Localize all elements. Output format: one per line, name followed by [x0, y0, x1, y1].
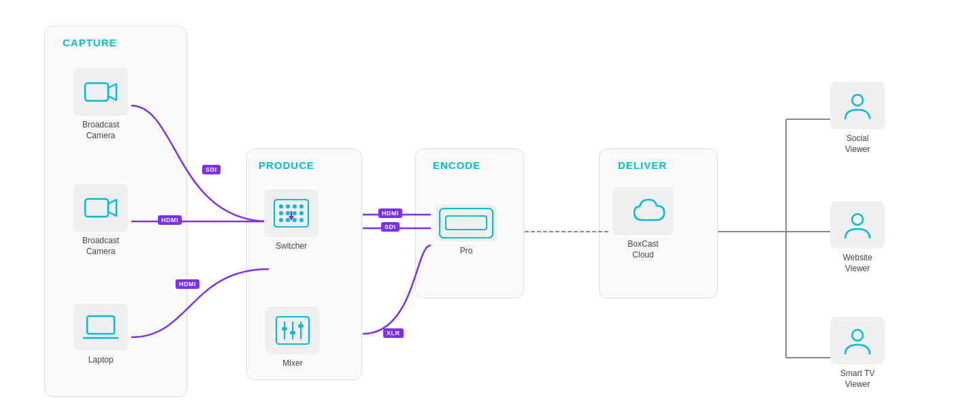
svg-point-22 [286, 211, 290, 215]
switcher-icon [274, 199, 309, 228]
camera-icon [84, 194, 118, 221]
device-social-viewer: SocialViewer [830, 82, 885, 155]
device-cam2: BroadcastCamera [74, 184, 128, 257]
device-cam1: BroadcastCamera [74, 68, 128, 141]
svg-point-27 [293, 218, 297, 222]
encode-label: ENCODE [433, 159, 480, 171]
svg-rect-11 [85, 199, 108, 217]
device-cloud: BoxCastCloud [612, 187, 674, 260]
svg-point-18 [286, 204, 290, 208]
svg-point-26 [286, 218, 290, 222]
svg-rect-9 [85, 83, 108, 101]
cam1-icon-box [74, 68, 128, 116]
website-icon-box [830, 201, 885, 249]
svg-point-40 [852, 95, 863, 106]
produce-label: PRODUCE [259, 159, 314, 171]
device-laptop: Laptop [74, 303, 128, 366]
capture-label: CAPTURE [63, 37, 117, 48]
svg-rect-35 [290, 331, 295, 335]
cam2-label: BroadcastCamera [82, 236, 119, 257]
device-mixer: Mixer [265, 307, 320, 369]
device-smarttv-viewer: Smart TVViewer [830, 317, 885, 390]
svg-point-24 [299, 211, 304, 215]
switcher-icon-box [264, 189, 318, 237]
person-icon [843, 210, 872, 240]
label-hdmi-cam2: HDMI [158, 215, 182, 225]
smarttv-viewer-label: Smart TVViewer [840, 369, 875, 390]
smarttv-icon-box [830, 317, 885, 364]
svg-point-25 [279, 218, 283, 222]
laptop-icon-box [74, 303, 128, 351]
cloud-label: BoxCastCloud [627, 239, 658, 260]
cloud-icon [619, 194, 667, 228]
person-icon [843, 326, 872, 356]
mixer-icon [276, 316, 310, 345]
svg-rect-13 [87, 316, 114, 334]
svg-rect-39 [446, 216, 487, 230]
cloud-icon-box [612, 187, 674, 235]
device-website-viewer: WebsiteViewer [830, 201, 885, 274]
cam2-icon-box [74, 184, 128, 232]
device-pro: Pro [436, 204, 497, 257]
pro-icon-box [436, 204, 497, 242]
cam1-label: BroadcastCamera [82, 120, 119, 141]
social-viewer-label: SocialViewer [845, 134, 870, 155]
pro-label: Pro [460, 246, 473, 257]
deliver-label: DELIVER [618, 159, 667, 171]
diagram: CAPTURE PRODUCE ENCODE DELIVER SDI [0, 0, 980, 419]
pro-icon [439, 208, 493, 238]
label-xlr: XLR [383, 328, 404, 338]
svg-point-28 [299, 218, 304, 222]
svg-point-20 [299, 204, 304, 208]
svg-marker-12 [108, 200, 116, 216]
label-hdmi-laptop: HDMI [176, 279, 199, 289]
svg-point-21 [279, 211, 283, 215]
svg-point-42 [852, 330, 863, 341]
svg-point-41 [852, 214, 863, 225]
social-icon-box [830, 82, 885, 129]
svg-point-23 [293, 211, 297, 215]
svg-rect-33 [282, 327, 287, 330]
svg-rect-37 [298, 324, 304, 328]
svg-point-19 [293, 204, 297, 208]
person-icon [843, 91, 872, 121]
mixer-label: Mixer [282, 358, 302, 369]
camera-icon [84, 78, 118, 106]
svg-point-17 [279, 204, 283, 208]
laptop-icon [83, 313, 118, 341]
device-switcher: Switcher [264, 189, 318, 252]
laptop-label: Laptop [88, 355, 114, 366]
mixer-icon-box [265, 307, 320, 354]
svg-rect-38 [440, 208, 493, 238]
label-sdi: SDI [202, 165, 220, 174]
label-hdmi-switcher-top: HDMI [378, 208, 402, 218]
website-viewer-label: WebsiteViewer [843, 253, 872, 274]
label-sdi-switcher: SDI [381, 222, 399, 232]
svg-marker-10 [108, 84, 116, 100]
switcher-label: Switcher [276, 241, 307, 252]
